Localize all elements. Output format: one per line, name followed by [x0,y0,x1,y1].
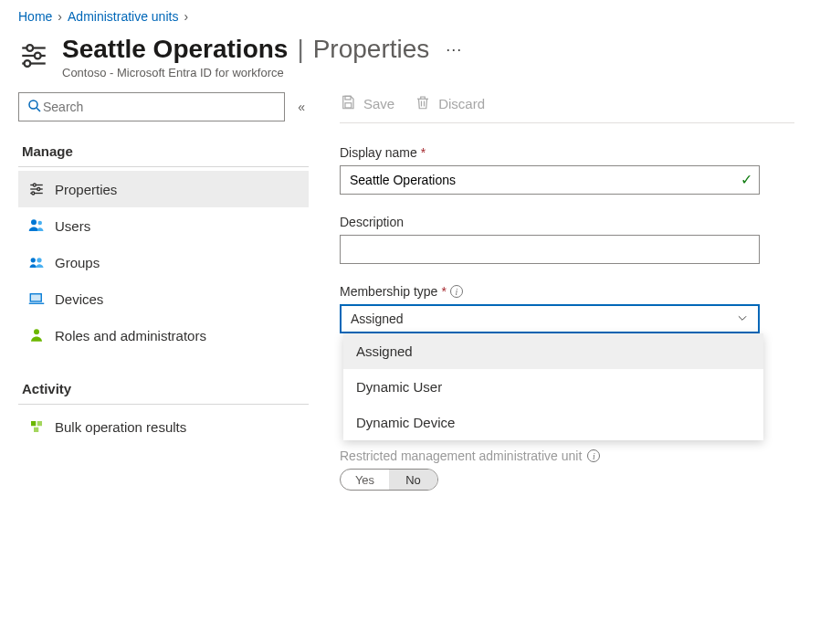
membership-type-value: Assigned [351,311,404,326]
description-input[interactable] [340,235,760,264]
collapse-panel-button[interactable]: « [294,96,309,118]
group-icon [27,253,46,271]
discard-button[interactable]: Discard [415,94,485,113]
sidebar-item-properties[interactable]: Properties [18,171,309,207]
required-asterisk: * [441,284,446,299]
command-bar: Save Discard [340,92,794,123]
svg-rect-18 [30,294,41,301]
display-name-input[interactable] [340,165,760,195]
membership-option-dynamic-user[interactable]: Dynamic User [343,369,763,405]
chevron-down-icon [736,311,749,327]
restricted-management-label: Restricted management administrative uni… [340,449,794,463]
display-name-label: Display name* [340,145,794,160]
svg-point-5 [25,60,31,67]
svg-rect-24 [345,96,351,100]
sidebar-item-bulk-results[interactable]: Bulk operation results [18,408,309,445]
save-button[interactable]: Save [340,94,394,113]
nav-section-activity: Activity [18,372,309,405]
membership-type-label: Membership type* i [340,284,794,299]
tenant-subtitle: Contoso - Microsoft Entra ID for workfor… [62,66,462,79]
more-button[interactable]: ··· [436,40,462,59]
sliders-icon [18,35,49,74]
membership-option-assigned[interactable]: Assigned [343,333,763,369]
page-title: Seattle Operations [62,35,288,64]
svg-point-11 [37,188,40,191]
search-input[interactable] [43,100,277,114]
info-icon[interactable]: i [587,449,600,462]
nav-section-manage: Manage [18,134,309,167]
breadcrumb-home[interactable]: Home [18,9,52,24]
svg-point-6 [29,100,37,109]
svg-rect-25 [345,103,352,108]
main-content: Save Discard Display name* ✓ [320,92,820,491]
svg-point-3 [35,53,41,59]
sidebar-item-label: Properties [55,182,117,197]
membership-type-select[interactable]: Assigned [340,304,760,333]
save-icon [340,94,356,113]
toggle-no[interactable]: No [389,470,437,490]
page-subtitle-section: Properties [313,35,430,64]
device-icon [27,290,46,308]
svg-rect-22 [37,421,42,426]
sidebar-item-label: Roles and administrators [55,328,206,343]
restricted-management-toggle[interactable]: Yes No [340,469,438,491]
membership-type-dropdown: Assigned Dynamic User Dynamic Device [343,333,763,440]
user-icon [27,216,46,235]
svg-point-9 [33,184,36,186]
save-label: Save [363,96,394,111]
title-divider: | [295,35,305,64]
breadcrumb-admin-units[interactable]: Administrative units [68,9,178,24]
search-box[interactable] [18,92,285,121]
check-icon: ✓ [741,171,752,188]
sidebar-item-label: Devices [55,291,103,307]
svg-point-14 [31,219,37,225]
admin-icon [27,326,46,344]
svg-point-15 [38,221,43,226]
discard-label: Discard [438,96,485,111]
svg-point-13 [32,192,35,195]
chevron-right-icon: › [58,9,62,24]
svg-point-20 [34,329,39,334]
sidebar-item-label: Groups [55,255,100,270]
svg-point-17 [37,258,41,262]
breadcrumb: Home › Administrative units › [0,0,820,29]
required-asterisk: * [421,145,426,160]
sidebar-item-groups[interactable]: Groups [18,244,309,280]
sidebar-item-label: Bulk operation results [55,419,186,435]
svg-point-16 [31,258,36,262]
sidebar-item-label: Users [55,218,90,234]
svg-rect-23 [34,428,38,432]
membership-option-dynamic-device[interactable]: Dynamic Device [343,405,763,440]
info-icon[interactable]: i [450,285,463,298]
toggle-yes[interactable]: Yes [341,470,389,490]
cubes-icon [27,417,46,436]
description-label: Description [340,215,794,229]
sidebar-item-users[interactable]: Users [18,207,309,244]
svg-line-7 [37,108,40,111]
svg-point-1 [26,45,33,51]
sliders-icon [27,180,46,198]
svg-rect-21 [31,421,36,426]
sidebar-item-devices[interactable]: Devices [18,280,309,317]
side-panel: « Manage Properties Users [0,92,320,491]
chevron-right-icon: › [184,9,188,24]
trash-icon [415,94,431,113]
page-header: Seattle Operations | Properties ··· Cont… [0,29,820,92]
sidebar-item-roles[interactable]: Roles and administrators [18,317,309,354]
search-icon [26,98,43,117]
